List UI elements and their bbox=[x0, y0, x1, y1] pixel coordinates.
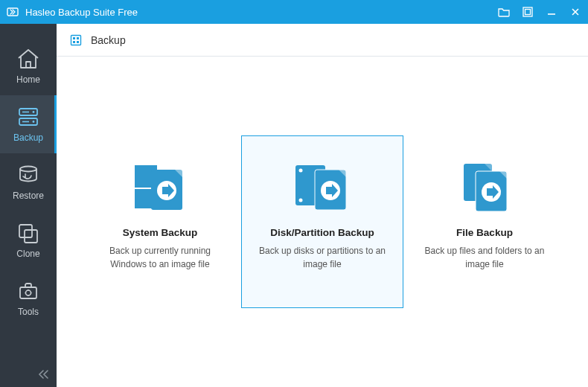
card-desc: Back up files and folders to an image fi… bbox=[416, 244, 553, 271]
svg-point-28 bbox=[299, 199, 303, 202]
clone-icon bbox=[16, 222, 41, 244]
card-title: Disk/Partition Backup bbox=[270, 227, 374, 238]
svg-rect-1 bbox=[523, 7, 532, 16]
card-file-backup[interactable]: File Backup Back up files and folders to… bbox=[403, 135, 566, 308]
sidebar-item-label: Tools bbox=[18, 307, 39, 317]
svg-rect-13 bbox=[19, 225, 32, 237]
svg-rect-15 bbox=[20, 287, 36, 298]
tools-icon bbox=[16, 280, 41, 302]
breadcrumb-icon bbox=[70, 34, 82, 46]
settings-pane-button[interactable] bbox=[521, 5, 534, 19]
sidebar-item-label: Restore bbox=[13, 191, 44, 201]
collapse-sidebar-button[interactable] bbox=[37, 369, 49, 380]
card-disk-partition-backup[interactable]: Disk/Partition Backup Back up disks or p… bbox=[241, 135, 403, 308]
card-title: File Backup bbox=[456, 227, 513, 238]
app-title: Hasleo Backup Suite Free bbox=[25, 7, 497, 18]
svg-point-8 bbox=[33, 111, 35, 113]
sidebar-item-label: Clone bbox=[16, 249, 39, 259]
sidebar-item-restore[interactable]: Restore bbox=[0, 153, 57, 211]
home-icon bbox=[16, 48, 41, 70]
window-controls bbox=[497, 5, 582, 19]
sidebar-item-label: Home bbox=[16, 74, 40, 85]
card-system-backup[interactable]: System Backup Back up currently running … bbox=[79, 135, 241, 308]
sidebar-item-tools[interactable]: Tools bbox=[0, 269, 57, 327]
svg-point-16 bbox=[26, 290, 31, 295]
card-title: System Backup bbox=[123, 227, 198, 238]
sidebar: Home Backup Restore Clone Tools bbox=[0, 24, 57, 387]
svg-point-27 bbox=[299, 169, 303, 173]
card-desc: Back up disks or partitions to an image … bbox=[254, 244, 391, 271]
card-desc: Back up currently running Windows to an … bbox=[92, 244, 229, 271]
backup-options: System Backup Back up currently running … bbox=[57, 57, 588, 387]
close-button[interactable] bbox=[569, 5, 582, 19]
system-backup-icon bbox=[129, 157, 191, 217]
open-folder-button[interactable] bbox=[497, 5, 511, 19]
svg-point-9 bbox=[33, 121, 35, 123]
backup-icon bbox=[16, 106, 41, 128]
svg-rect-17 bbox=[71, 35, 81, 45]
svg-rect-18 bbox=[73, 37, 75, 39]
file-backup-icon bbox=[453, 157, 516, 217]
svg-rect-20 bbox=[73, 41, 75, 43]
svg-rect-2 bbox=[525, 10, 531, 15]
svg-rect-14 bbox=[25, 230, 37, 243]
svg-rect-21 bbox=[77, 41, 79, 43]
breadcrumb-label: Backup bbox=[91, 34, 126, 46]
sidebar-item-label: Backup bbox=[13, 132, 43, 143]
disk-partition-backup-icon bbox=[291, 157, 354, 217]
sidebar-item-backup[interactable]: Backup bbox=[0, 95, 57, 153]
minimize-button[interactable] bbox=[545, 5, 558, 19]
sidebar-item-clone[interactable]: Clone bbox=[0, 211, 57, 269]
svg-point-12 bbox=[20, 167, 36, 172]
restore-icon bbox=[16, 164, 41, 186]
breadcrumb: Backup bbox=[57, 24, 588, 57]
main-pane: Backup System Backup Back up currently r… bbox=[57, 24, 588, 387]
sidebar-item-home[interactable]: Home bbox=[0, 37, 57, 95]
svg-rect-19 bbox=[77, 37, 79, 39]
app-icon bbox=[6, 5, 19, 19]
titlebar: Hasleo Backup Suite Free bbox=[0, 0, 588, 24]
